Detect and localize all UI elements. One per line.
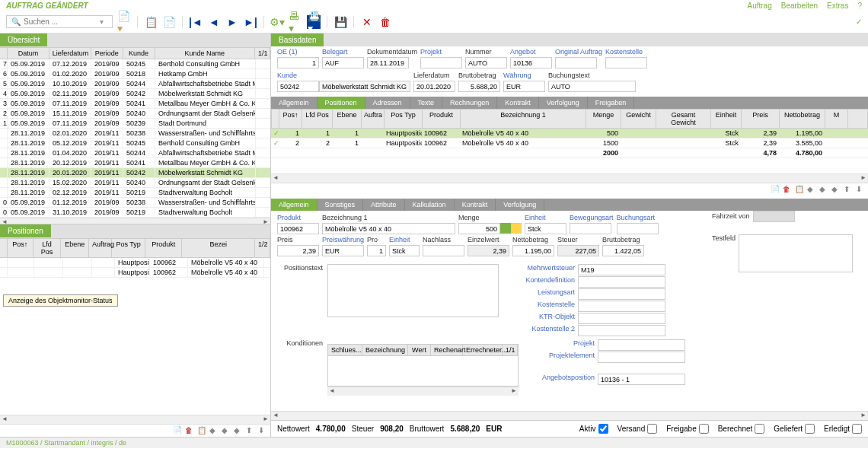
prev-icon[interactable]: ◄ [207, 15, 221, 29]
order-row[interactable]: 505.09.201910.10.20192019/0950244Abfallw… [0, 79, 270, 89]
d-projekt[interactable] [598, 339, 685, 351]
slb-down[interactable]: ⬇ [258, 426, 267, 435]
d-preiswaehrung[interactable] [322, 245, 364, 256]
menu-extras[interactable]: Extras [827, 2, 848, 9]
order-row[interactable]: 28.11.201902.01.20202019/1150238Wasserst… [0, 129, 270, 138]
order-row[interactable]: 005.09.201931.10.20192019/0950219Stadtve… [0, 208, 270, 218]
belegart-field[interactable] [322, 57, 364, 68]
slb-new[interactable]: 📄 [173, 426, 182, 435]
order-row[interactable]: 28.11.201920.12.20192019/1150241Metallba… [0, 158, 270, 168]
tab-allgemein[interactable]: Allgemein [271, 97, 318, 109]
d-einheit[interactable] [525, 223, 566, 234]
d-ktr[interactable] [578, 313, 665, 324]
order-row[interactable]: 705.09.201907.12.20192019/0950245Berthol… [0, 59, 270, 69]
order-row[interactable]: 28.11.201902.12.20192019/1150219Stadtver… [0, 188, 270, 198]
close-icon[interactable]: ✕ [360, 15, 374, 29]
first-icon[interactable]: |◄ [189, 15, 203, 29]
slb-a3[interactable]: ◆ [234, 426, 243, 435]
yellow-indicator[interactable] [511, 223, 522, 234]
d-nachlass[interactable] [423, 245, 464, 256]
order-row[interactable]: 405.09.201902.11.20192019/0950242Möbelwe… [0, 89, 270, 99]
waehrung-field[interactable] [503, 81, 545, 92]
d-testfeld[interactable] [739, 234, 853, 272]
pos-grid-row[interactable]: ✓221Hauptposition100962Möbelrolle V5 40 … [271, 138, 868, 148]
pg-a2[interactable]: ◆ [819, 185, 828, 194]
delete-icon[interactable]: 🗑 [378, 15, 392, 29]
pos-left-row[interactable]: Hauptposition100962Möbelrolle V5 40 x 40 [0, 258, 270, 268]
slb-copy[interactable]: 📋 [197, 426, 206, 435]
search-input[interactable] [24, 18, 100, 26]
last-icon[interactable]: ►| [244, 15, 257, 29]
d-menge[interactable] [458, 223, 500, 234]
order-row[interactable]: 005.09.201901.12.20192019/0950238Wassers… [0, 198, 270, 208]
tab-rechnungen[interactable]: Rechnungen [442, 97, 497, 109]
tab-freigaben[interactable]: Freigaben [588, 97, 635, 109]
d-angebotspos[interactable] [598, 374, 685, 385]
dtab-kontrakt[interactable]: Kontrakt [455, 199, 496, 211]
gear-icon[interactable]: ⚙▾ [270, 15, 284, 29]
menu-help[interactable]: ? [857, 2, 862, 9]
order-row[interactable]: 305.09.201907.11.20192019/0950241Metallb… [0, 99, 270, 109]
slb-del[interactable]: 🗑 [185, 426, 194, 435]
dokdatum-field[interactable] [367, 57, 409, 68]
pg-new[interactable]: 📄 [771, 185, 780, 194]
d-bruttobetrag[interactable] [602, 245, 644, 256]
dtab-verfolgung[interactable]: Verfolgung [496, 199, 544, 211]
oe-field[interactable] [277, 57, 319, 68]
save-icon[interactable]: 💾 [333, 15, 347, 29]
chk-berechnet[interactable] [755, 424, 764, 434]
menu-auftrag[interactable]: Auftrag [747, 2, 771, 9]
d-bewegungsart[interactable] [570, 223, 611, 234]
d-kostenstelle2[interactable] [578, 325, 665, 336]
chk-geliefert[interactable] [805, 424, 815, 434]
order-row[interactable]: 28.11.201905.12.20192019/1150245Berthold… [0, 138, 270, 148]
brutto-field[interactable] [458, 81, 500, 92]
green-indicator[interactable] [500, 223, 511, 234]
pg-up[interactable]: ⬆ [844, 185, 853, 194]
d-pro[interactable] [367, 245, 386, 256]
pg-copy[interactable]: 📋 [795, 185, 804, 194]
d-kontendef[interactable] [578, 276, 665, 288]
d-einheit2[interactable] [389, 245, 420, 256]
projekt-field[interactable] [420, 57, 462, 68]
uebersicht-tab[interactable]: Übersicht [0, 33, 47, 46]
d-mwst[interactable] [578, 264, 665, 275]
origauftrag-field[interactable] [555, 57, 597, 68]
d-buchungsart[interactable] [617, 223, 659, 234]
d-kostenstelle[interactable] [578, 301, 665, 312]
pos-grid-scroll[interactable] [271, 173, 868, 183]
slb-a2[interactable]: ◆ [222, 426, 231, 435]
chk-freigabe[interactable] [699, 424, 709, 434]
d-nettobetrag[interactable] [512, 245, 554, 256]
slb-up[interactable]: ⬆ [246, 426, 255, 435]
d-bez1[interactable] [322, 223, 455, 234]
menu-bearbeiten[interactable]: Bearbeiten [781, 2, 818, 9]
d-positionstext[interactable] [327, 264, 499, 317]
basisdaten-tab[interactable]: Basisdaten [271, 33, 324, 46]
print-icon[interactable]: 🖶▾ [289, 15, 302, 29]
order-row[interactable]: 205.09.201915.11.20192019/0950240Ordnung… [0, 109, 270, 119]
slb-a1[interactable]: ◆ [209, 426, 219, 435]
kond-scroll[interactable] [327, 387, 519, 396]
chk-versand[interactable] [647, 424, 657, 434]
search-box[interactable]: 🔍 ▾ [6, 15, 113, 28]
next-icon[interactable]: ► [225, 15, 239, 29]
d-projektelement[interactable] [598, 352, 685, 363]
tab-verfolgung[interactable]: Verfolgung [539, 97, 588, 109]
order-row[interactable]: 28.11.201915.02.20202019/1150240Ordnungs… [0, 178, 270, 188]
angebot-field[interactable] [510, 57, 552, 68]
copy-icon[interactable]: 📋 [144, 15, 158, 29]
order-row[interactable]: 28.11.201920.01.20202019/1150242Möbelwer… [0, 168, 270, 178]
chk-erledigt[interactable] [852, 424, 862, 434]
pos-grid-row[interactable]: ✓111Hauptposition100962Möbelrolle V5 40 … [271, 129, 868, 138]
nummer-field[interactable] [465, 57, 507, 68]
dtab-allgemein[interactable]: Allgemein [271, 199, 318, 211]
pg-down[interactable]: ⬇ [856, 185, 865, 194]
kunde-field[interactable] [277, 81, 319, 92]
order-row[interactable]: 105.09.201907.11.20192019/0950239Stadt D… [0, 119, 270, 129]
orders-scroll[interactable] [0, 218, 270, 224]
pos-left-row[interactable]: Hauptposition100962Möbelrolle V5 40 x 40 [0, 268, 270, 278]
pg-a1[interactable]: ◆ [807, 185, 816, 194]
dtab-kalkulation[interactable]: Kalkulation [405, 199, 455, 211]
paste-icon[interactable]: 📄 [162, 15, 176, 29]
